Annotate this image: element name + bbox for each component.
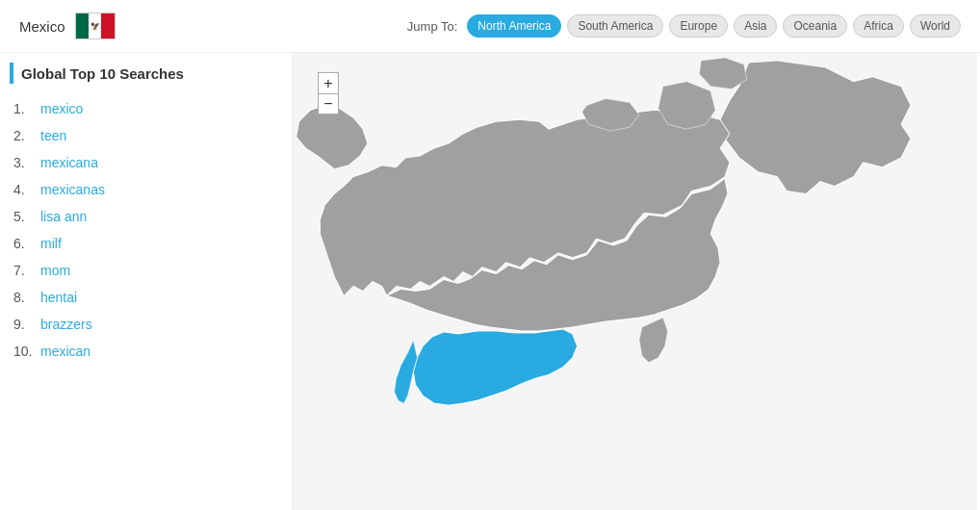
list-item: 4. mexicanas [10, 176, 279, 203]
search-list: 1. mexico 2. teen 3. mexicana 4. mexican… [0, 95, 289, 365]
list-item: 3. mexicana [10, 149, 279, 176]
rank: 9. [13, 317, 40, 332]
jump-label: Jump To: [407, 19, 458, 34]
search-term[interactable]: teen [40, 128, 66, 143]
rank: 2. [13, 128, 40, 143]
nav-world[interactable]: World [910, 14, 961, 38]
list-item: 9. brazzers [10, 311, 279, 338]
header: Mexico 🦅 Jump To: North America South Am… [0, 0, 980, 53]
list-item: 2. teen [10, 122, 279, 149]
rank: 5. [13, 209, 40, 224]
nav-europe[interactable]: Europe [669, 14, 728, 38]
search-term[interactable]: mexicanas [40, 182, 105, 197]
rank: 8. [13, 290, 40, 305]
main-content: Global Top 10 Searches 1. mexico 2. teen… [0, 53, 980, 510]
country-label: Mexico [19, 18, 65, 35]
zoom-in-button[interactable]: + [318, 72, 339, 93]
list-item: 7. mom [10, 257, 279, 284]
search-term[interactable]: mom [40, 263, 70, 278]
list-item: 8. hentai [10, 284, 279, 311]
flag-emblem: 🦅 [90, 22, 100, 31]
rank: 7. [13, 263, 40, 278]
sidebar: Global Top 10 Searches 1. mexico 2. teen… [0, 53, 289, 510]
search-term[interactable]: mexicana [40, 155, 98, 170]
search-term[interactable]: mexico [40, 101, 83, 116]
nav-asia[interactable]: Asia [734, 14, 777, 38]
search-term[interactable]: lisa ann [40, 209, 87, 224]
rank: 10. [13, 344, 40, 359]
zoom-controls: + − [318, 72, 339, 115]
nav-north-america[interactable]: North America [467, 14, 561, 38]
list-item: 6. milf [10, 230, 279, 257]
rank: 6. [13, 236, 40, 251]
search-term[interactable]: brazzers [40, 317, 92, 332]
flag-white: 🦅 [89, 13, 101, 38]
search-term[interactable]: milf [40, 236, 62, 251]
map-area: + − [289, 53, 980, 510]
search-term[interactable]: mexican [40, 344, 90, 359]
search-term[interactable]: hentai [40, 290, 77, 305]
list-item: 1. mexico [10, 95, 279, 122]
rank: 3. [13, 155, 40, 170]
map-svg [289, 53, 980, 510]
list-item: 5. lisa ann [10, 203, 279, 230]
flag-green [76, 13, 89, 38]
mexico-flag: 🦅 [75, 13, 116, 39]
zoom-out-button[interactable]: − [318, 93, 339, 115]
list-item: 10. mexican [10, 338, 279, 365]
nav-south-america[interactable]: South America [567, 14, 663, 38]
jump-to-section: Jump To: North America South America Eur… [407, 14, 961, 38]
rank: 4. [13, 182, 40, 197]
flag-red [101, 13, 114, 38]
nav-africa[interactable]: Africa [853, 14, 904, 38]
sidebar-title: Global Top 10 Searches [10, 63, 279, 84]
nav-oceania[interactable]: Oceania [783, 14, 847, 38]
rank: 1. [13, 101, 40, 116]
